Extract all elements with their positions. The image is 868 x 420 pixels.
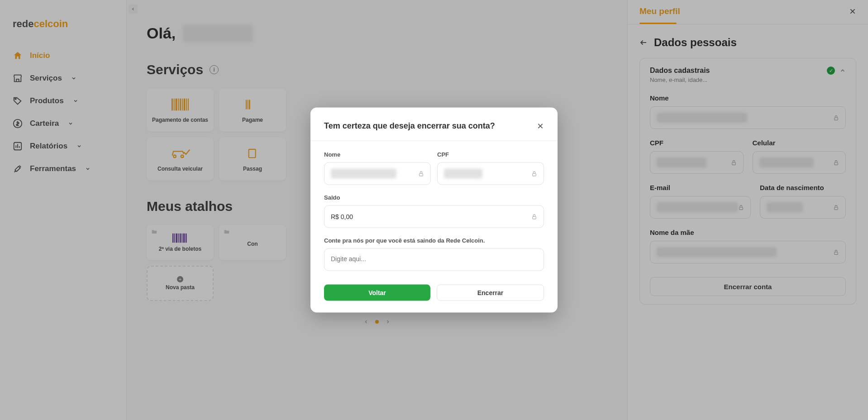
modal-reason-textarea[interactable]	[324, 248, 544, 271]
confirm-close-button[interactable]: Encerrar	[437, 285, 544, 301]
modal-field-reason: Conte pra nós por que você está saindo d…	[324, 237, 544, 271]
svg-rect-39	[533, 216, 536, 219]
svg-rect-37	[420, 173, 423, 176]
divider	[310, 141, 558, 141]
modal-field-name: Nome	[324, 151, 431, 185]
close-account-modal: Tem certeza que deseja encerrar sua cont…	[310, 108, 558, 313]
modal-label-reason: Conte pra nós por que você está saindo d…	[324, 237, 544, 244]
lock-icon	[418, 171, 424, 177]
modal-label-name: Nome	[324, 151, 431, 158]
modal-field-balance: Saldo R$ 0,00	[324, 194, 544, 228]
redacted-value	[444, 169, 482, 179]
app-root: redecelcoin Início Serviços	[0, 0, 868, 420]
lock-icon	[531, 171, 537, 177]
lock-icon	[531, 214, 537, 220]
back-button[interactable]: Voltar	[324, 285, 430, 301]
modal-input-name	[324, 162, 431, 185]
modal-input-balance: R$ 0,00	[324, 205, 544, 228]
close-icon[interactable]	[537, 122, 544, 129]
modal-label-balance: Saldo	[324, 194, 544, 201]
modal-balance-value: R$ 0,00	[331, 213, 353, 220]
back-button-label: Voltar	[368, 289, 386, 296]
svg-rect-38	[533, 173, 536, 176]
modal-buttons: Voltar Encerrar	[324, 285, 544, 301]
modal-header: Tem certeza que deseja encerrar sua cont…	[324, 121, 544, 131]
modal-input-cpf	[437, 162, 544, 185]
modal-title: Tem certeza que deseja encerrar sua cont…	[324, 121, 495, 131]
modal-field-cpf: CPF	[437, 151, 544, 185]
confirm-close-label: Encerrar	[477, 289, 504, 296]
modal-row-name-cpf: Nome CPF	[324, 151, 544, 185]
redacted-value	[331, 169, 396, 179]
modal-label-cpf: CPF	[437, 151, 544, 158]
